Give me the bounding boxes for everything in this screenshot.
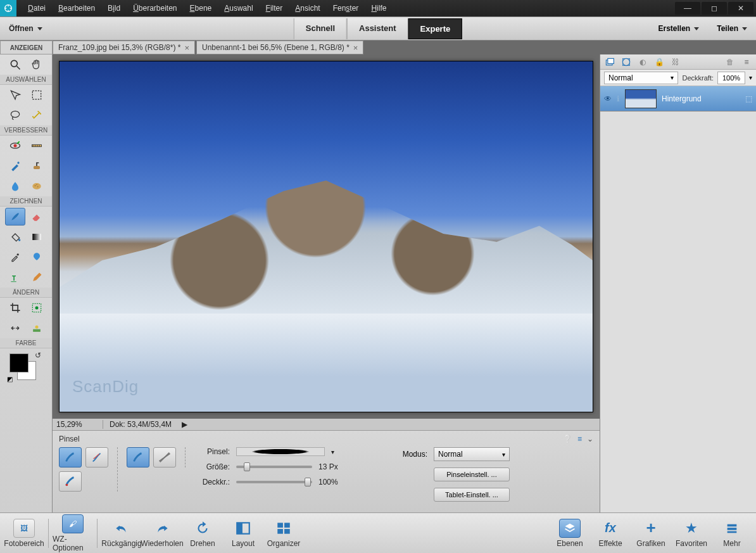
- document-tab[interactable]: Unbenannt-1 bei 56,5% (Ebene 1, RGB/8) *…: [196, 41, 363, 54]
- chevron-down-icon[interactable]: ▾: [331, 448, 334, 455]
- grafiken-button[interactable]: +Grafiken: [631, 519, 671, 548]
- menu-fenster[interactable]: Fenster: [327, 4, 365, 13]
- menu-ebene[interactable]: Ebene: [184, 4, 218, 13]
- chevron-down-icon[interactable]: ▾: [749, 74, 752, 81]
- mode-select[interactable]: Normal ▾: [434, 447, 510, 461]
- layer-row[interactable]: 👁 ℹ Hintergrund ⬚: [600, 86, 756, 111]
- status-bar: 15,29% Dok: 53,4M/53,4M ▶: [53, 419, 600, 430]
- brush-preview[interactable]: [236, 447, 325, 456]
- open-button[interactable]: Öffnen: [0, 24, 51, 33]
- brush-mode-airbrush[interactable]: [153, 447, 176, 467]
- layer-mask-icon[interactable]: [621, 57, 632, 67]
- document-tab[interactable]: Franz_109.jpg bei 15,3% (RGB/8*) * ×: [53, 41, 195, 54]
- shape-tool[interactable]: [27, 248, 47, 266]
- marquee-tool[interactable]: [27, 86, 47, 104]
- brush-mode-paint[interactable]: [127, 447, 149, 467]
- menu-auswahl[interactable]: Auswahl: [218, 4, 259, 13]
- collapse-icon[interactable]: ⌄: [587, 435, 593, 443]
- visibility-icon[interactable]: 👁: [604, 94, 612, 103]
- smart-brush-tool[interactable]: [5, 157, 25, 175]
- create-button[interactable]: Erstellen: [650, 20, 709, 37]
- magic-wand-tool[interactable]: [27, 106, 47, 124]
- effekte-button[interactable]: fxEffekte: [590, 519, 631, 548]
- reset-colors-icon[interactable]: ◩: [7, 376, 13, 383]
- tablet-settings-button[interactable]: Tablet-Einstell. ...: [434, 488, 510, 502]
- adjustment-layer-icon[interactable]: ◐: [637, 57, 648, 67]
- trash-icon[interactable]: 🗑: [724, 57, 736, 67]
- brush-settings-button[interactable]: Pinseleinstell. ...: [434, 467, 510, 481]
- panel-menu-icon[interactable]: ≡: [741, 57, 752, 67]
- menu-filter[interactable]: Filter: [260, 4, 289, 13]
- document-canvas[interactable]: ScanDig: [59, 61, 593, 412]
- svg-point-21: [35, 326, 39, 329]
- window-close-button[interactable]: ✕: [728, 2, 753, 15]
- lasso-tool[interactable]: [5, 106, 25, 124]
- eyedropper-tool[interactable]: [5, 248, 25, 266]
- recompose-tool[interactable]: [27, 299, 47, 317]
- window-maximize-button[interactable]: ◻: [702, 2, 727, 15]
- menu-ansicht[interactable]: Ansicht: [289, 4, 326, 13]
- crop-tool[interactable]: [5, 299, 25, 317]
- close-icon[interactable]: ×: [184, 43, 189, 53]
- eraser-tool[interactable]: [27, 208, 47, 226]
- mode-tab-assistent[interactable]: Assistent: [347, 18, 408, 39]
- rotate-button[interactable]: Drehen: [182, 519, 223, 548]
- share-button[interactable]: Teilen: [708, 20, 756, 37]
- layout-button[interactable]: Layout: [223, 519, 263, 548]
- canvas-viewport[interactable]: ScanDig: [53, 54, 600, 419]
- menu-ueberarbeiten[interactable]: Überarbeiten: [127, 4, 183, 13]
- wz-optionen-button[interactable]: 🖌WZ-Optionen: [53, 514, 93, 552]
- status-arrow-icon[interactable]: ▶: [182, 420, 187, 429]
- layer-thumbnail[interactable]: [625, 89, 657, 108]
- mode-tab-experte[interactable]: Experte: [408, 18, 463, 39]
- organizer-button[interactable]: Organizer: [263, 519, 304, 548]
- menu-bild[interactable]: Bild: [101, 4, 127, 13]
- undo-button[interactable]: Rückgängig: [101, 519, 142, 548]
- paint-bucket-tool[interactable]: [5, 228, 25, 246]
- sponge-tool[interactable]: [27, 177, 47, 195]
- link-layers-icon[interactable]: ⛓: [670, 57, 681, 67]
- blur-tool[interactable]: [5, 177, 25, 195]
- help-icon[interactable]: ❔: [563, 435, 572, 443]
- zoom-tool[interactable]: [5, 56, 25, 73]
- brush-tool[interactable]: [5, 208, 25, 226]
- layer-opacity-value[interactable]: 100%: [717, 72, 745, 84]
- brush-variant-color-replace[interactable]: [59, 471, 82, 492]
- content-aware-move-tool[interactable]: [5, 319, 25, 337]
- color-swatch[interactable]: ↺ ◩: [7, 351, 45, 383]
- gradient-tool[interactable]: [27, 228, 47, 246]
- mode-tab-schnell[interactable]: Schnell: [294, 18, 347, 39]
- type-tool[interactable]: T: [5, 269, 25, 286]
- move-tool[interactable]: [5, 86, 25, 104]
- swap-colors-icon[interactable]: ↺: [35, 351, 41, 360]
- sharpen-tool[interactable]: [27, 319, 47, 337]
- hand-tool[interactable]: [27, 56, 47, 73]
- lock-icon[interactable]: ⬚: [745, 94, 752, 103]
- menu-hilfe[interactable]: Hilfe: [365, 4, 393, 13]
- menu-icon[interactable]: ≡: [577, 435, 582, 443]
- clone-stamp-tool[interactable]: [27, 157, 47, 175]
- redeye-tool[interactable]: [5, 137, 25, 155]
- mehr-button[interactable]: Mehr: [712, 519, 752, 548]
- foreground-color[interactable]: [9, 353, 28, 372]
- ebenen-button[interactable]: Ebenen: [550, 519, 590, 548]
- pencil-tool[interactable]: [27, 269, 47, 286]
- redo-button[interactable]: Wiederholen: [142, 519, 182, 548]
- opacity-slider[interactable]: [236, 481, 312, 483]
- brush-variant-impressionist[interactable]: [85, 447, 108, 467]
- brush-variant-normal[interactable]: [59, 447, 82, 467]
- close-icon[interactable]: ×: [353, 43, 358, 53]
- lock-icon[interactable]: 🔒: [653, 57, 665, 67]
- menu-bearbeiten[interactable]: Bearbeiten: [52, 4, 101, 13]
- favoriten-button[interactable]: ★Favoriten: [671, 519, 712, 548]
- new-layer-icon[interactable]: [604, 57, 615, 67]
- window-minimize-button[interactable]: —: [675, 2, 700, 15]
- fotobereich-button[interactable]: 🖼Fotobereich: [4, 519, 44, 548]
- blend-mode-select[interactable]: Normal ▾: [604, 72, 678, 84]
- status-zoom[interactable]: 15,29%: [53, 420, 103, 429]
- chevron-down-icon: [742, 27, 747, 30]
- svg-line-2: [17, 67, 20, 70]
- menu-datei[interactable]: Datei: [22, 4, 52, 13]
- straighten-tool[interactable]: [27, 137, 47, 155]
- size-slider[interactable]: [236, 466, 312, 468]
